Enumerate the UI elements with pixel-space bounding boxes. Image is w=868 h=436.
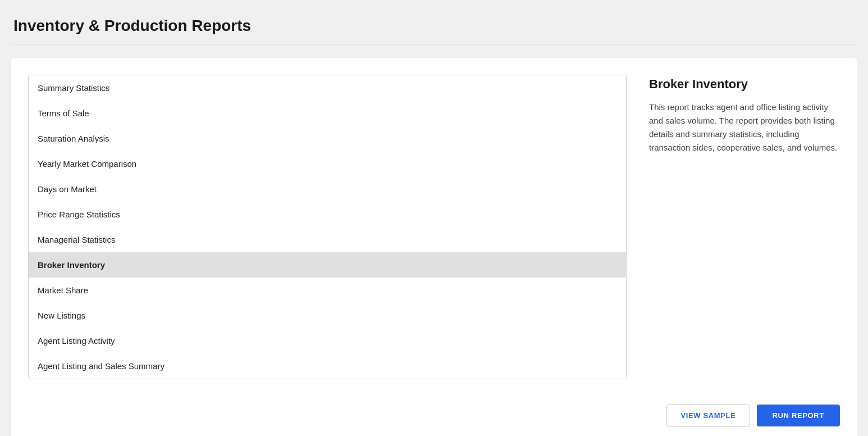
list-item-saturation-analysis[interactable]: Saturation Analysis <box>29 126 626 151</box>
page-divider <box>11 44 857 44</box>
detail-panel: Broker Inventory This report tracks agen… <box>649 75 840 155</box>
page-title: Inventory & Production Reports <box>11 17 857 35</box>
main-card: Summary StatisticsTerms of SaleSaturatio… <box>11 58 857 436</box>
list-item-terms-of-sale[interactable]: Terms of Sale <box>29 101 626 126</box>
list-item-new-listings[interactable]: New Listings <box>29 303 626 328</box>
content-row: Summary StatisticsTerms of SaleSaturatio… <box>28 75 840 379</box>
page-wrapper: Inventory & Production Reports Summary S… <box>11 17 857 436</box>
list-item-agent-listing-sales-summary[interactable]: Agent Listing and Sales Summary <box>29 353 626 379</box>
list-item-agent-listing-activity[interactable]: Agent Listing Activity <box>29 328 626 353</box>
view-sample-button[interactable]: VIEW SAMPLE <box>666 404 750 427</box>
run-report-button[interactable]: RUN REPORT <box>757 405 840 426</box>
detail-description: This report tracks agent and office list… <box>649 101 840 155</box>
list-item-yearly-market-comparison[interactable]: Yearly Market Comparison <box>29 151 626 176</box>
report-list-panel: Summary StatisticsTerms of SaleSaturatio… <box>28 75 627 379</box>
footer-row: VIEW SAMPLE RUN REPORT <box>28 390 840 436</box>
list-item-price-range-statistics[interactable]: Price Range Statistics <box>29 202 626 227</box>
list-item-broker-inventory[interactable]: Broker Inventory <box>29 252 626 278</box>
list-item-managerial-statistics[interactable]: Managerial Statistics <box>29 227 626 252</box>
list-item-market-share[interactable]: Market Share <box>29 278 626 303</box>
list-item-days-on-market[interactable]: Days on Market <box>29 176 626 202</box>
detail-title: Broker Inventory <box>649 77 840 92</box>
list-item-summary-statistics[interactable]: Summary Statistics <box>29 75 626 101</box>
